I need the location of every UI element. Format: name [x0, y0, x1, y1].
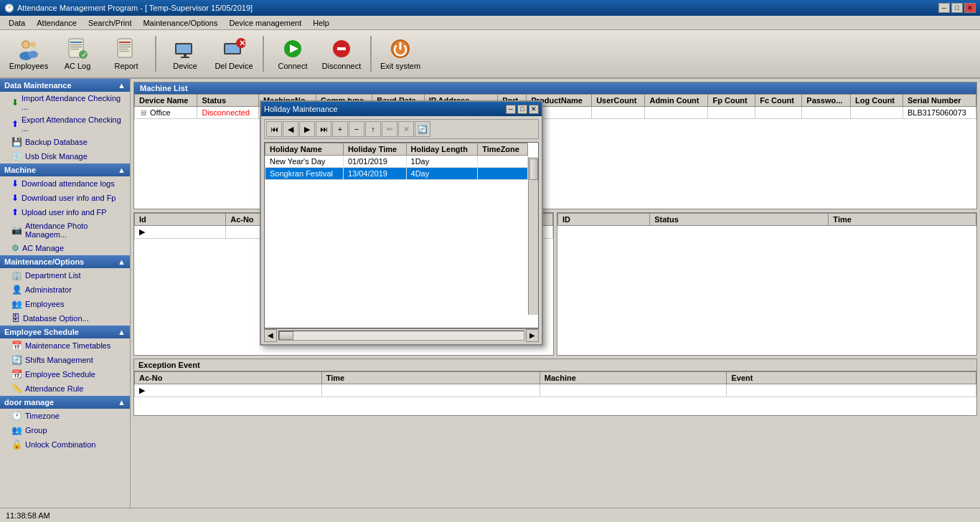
sidebar-item-department[interactable]: 🏢 Department List [0, 268, 130, 283]
sidebar-item-download-logs[interactable]: ⬇ Download attendance logs [0, 176, 130, 191]
usb-label: Usb Disk Manage [25, 152, 88, 161]
sidebar-item-timezone[interactable]: 🕐 Timezone [0, 409, 130, 423]
right-data-panel: ID Status Time [557, 212, 977, 356]
holiday-vscrollbar[interactable] [528, 157, 538, 315]
right-table-wrapper[interactable]: ID Status Time [557, 213, 976, 341]
sidebar-item-photo[interactable]: 📷 Attendance Photo Managem... [0, 219, 130, 241]
sidebar-item-database[interactable]: 🗄 Database Option... [0, 311, 130, 326]
del-device-button[interactable]: ✕ Del Device [211, 33, 257, 75]
title-bar-controls: ─ □ ✕ [938, 3, 976, 13]
exception-table-wrapper[interactable]: Ac-No Time Machine Event ▶ [134, 371, 976, 413]
sidebar-item-ac-manage[interactable]: ⚙ AC Manage [0, 241, 130, 255]
holiday-vscroll-thumb [529, 158, 538, 180]
cancel-edit-btn[interactable]: ✕ [398, 121, 414, 137]
refresh-btn[interactable]: 🔄 [415, 121, 430, 137]
upload-user-icon: ⬆ [11, 207, 19, 217]
holiday-col-name: Holiday Name [265, 143, 344, 156]
sidebar-item-employees[interactable]: 👥 Employees [0, 297, 130, 311]
exit-icon [389, 37, 412, 60]
holiday-row-songkran[interactable]: Songkran Festival 13/04/2019 4Day [265, 168, 528, 180]
sidebar-section-maintenance[interactable]: Maintenance/Options ▲ [0, 255, 130, 268]
delete-record-btn[interactable]: − [349, 121, 364, 137]
holiday-length-2: 4Day [406, 168, 478, 180]
move-up-btn[interactable]: ↑ [365, 121, 381, 137]
menu-data[interactable]: Data [3, 17, 31, 29]
holiday-col-time: Holiday Time [343, 143, 406, 156]
holiday-hscrollbar[interactable]: ◀ ▶ [264, 328, 539, 341]
menu-maintenance[interactable]: Maintenance/Options [137, 17, 223, 29]
device-label: Device [173, 62, 197, 70]
sidebar-item-unlock[interactable]: 🔓 Unlock Combination [0, 437, 130, 452]
edit-btn[interactable]: ✏ [382, 121, 397, 137]
menu-help[interactable]: Help [307, 17, 335, 29]
sidebar-item-administrator[interactable]: 👤 Administrator [0, 283, 130, 297]
sidebar-section-data-maintenance[interactable]: Data Maintenance ▲ [0, 79, 130, 92]
sidebar-item-import[interactable]: ⬇ Import Attendance Checking ... [0, 92, 130, 113]
hscroll-right-btn[interactable]: ▶ [526, 329, 539, 342]
sidebar-item-usb[interactable]: 💿 Usb Disk Manage [0, 149, 130, 163]
download-logs-icon: ⬇ [11, 179, 19, 189]
sidebar-section-door-manage[interactable]: door manage ▲ [0, 396, 130, 409]
nav-last-btn[interactable]: ⏭ [316, 121, 331, 137]
sidebar-item-attendance-rule[interactable]: 📏 Attendance Rule [0, 381, 130, 396]
photo-label: Attendance Photo Managem... [25, 222, 126, 239]
import-label: Import Attendance Checking ... [22, 94, 126, 111]
disconnect-button[interactable]: Disconnect [319, 33, 364, 75]
maximize-button[interactable]: □ [951, 3, 963, 13]
add-record-btn[interactable]: + [332, 121, 348, 137]
employees-sidebar-label: Employees [25, 300, 64, 308]
menu-search-print[interactable]: Search/Print [83, 17, 138, 29]
holiday-dialog-title-bar: Holiday Maintenance ─ □ ✕ [261, 102, 542, 116]
holiday-time-1: 01/01/2019 [343, 156, 406, 168]
device-button[interactable]: Device [162, 33, 208, 75]
holiday-timezone-2 [478, 168, 528, 180]
download-user-icon: ⬇ [11, 193, 19, 203]
holiday-close-btn[interactable]: ✕ [529, 105, 539, 114]
download-logs-label: Download attendance logs [22, 179, 115, 188]
menu-attendance[interactable]: Attendance [31, 17, 83, 29]
usb-icon: 💿 [11, 151, 22, 161]
svg-rect-7 [70, 44, 82, 45]
sidebar-section-employee-schedule[interactable]: Employee Schedule ▲ [0, 326, 130, 338]
menu-device-management[interactable]: Device management [223, 17, 307, 29]
svg-rect-12 [118, 39, 132, 57]
svg-text:✓: ✓ [81, 50, 88, 59]
sidebar-item-shifts[interactable]: 🔄 Shifts Management [0, 353, 130, 367]
minimize-button[interactable]: ─ [938, 3, 950, 13]
sidebar-item-upload-user[interactable]: ⬆ Upload user info and FP [0, 205, 130, 219]
door-manage-toggle: ▲ [118, 398, 126, 407]
attendance-rule-label: Attendance Rule [25, 384, 83, 393]
connect-button[interactable]: Connect [270, 33, 316, 75]
sidebar-item-download-user[interactable]: ⬇ Download user info and Fp [0, 191, 130, 205]
timetables-label: Maintenance Timetables [25, 341, 110, 350]
sidebar-item-employee-schedule[interactable]: 📆 Employee Schedule [0, 367, 130, 381]
sidebar-item-backup[interactable]: 💾 Backup Database [0, 135, 130, 149]
holiday-row-newyear[interactable]: New Year's Day 01/01/2019 1Day [265, 156, 528, 168]
nav-first-btn[interactable]: ⏮ [266, 121, 282, 137]
employee-schedule-label: Employee Schedule [25, 370, 95, 379]
hscroll-left-btn[interactable]: ◀ [264, 329, 277, 342]
svg-point-1 [23, 42, 29, 47]
status-time: 11:38:58 AM [6, 511, 50, 520]
report-button[interactable]: Report [103, 33, 149, 75]
sidebar-item-timetables[interactable]: 📅 Maintenance Timetables [0, 338, 130, 353]
report-icon [115, 37, 138, 60]
holiday-minimize-btn[interactable]: ─ [506, 105, 516, 114]
employees-button[interactable]: Employees [6, 33, 52, 75]
nav-prev-btn[interactable]: ◀ [283, 121, 298, 137]
nav-next-btn[interactable]: ▶ [299, 121, 315, 137]
sidebar-item-group[interactable]: 👥 Group [0, 423, 130, 437]
close-button[interactable]: ✕ [964, 3, 976, 13]
exit-button[interactable]: Exit system [377, 33, 423, 75]
ac-manage-label: AC Manage [22, 244, 64, 252]
maintenance-section-label: Maintenance/Options [4, 257, 84, 266]
ac-log-button[interactable]: ✓ AC Log [55, 33, 100, 75]
administrator-icon: 👤 [11, 285, 22, 295]
sidebar-section-machine[interactable]: Machine ▲ [0, 163, 130, 176]
toolbar-sep-2 [263, 36, 264, 72]
toolbar-sep-3 [370, 36, 372, 72]
sidebar-item-export[interactable]: ⬆ Export Attendance Checking ... [0, 113, 130, 135]
col-fp-count: Fp Count [708, 95, 755, 107]
holiday-maximize-btn[interactable]: □ [517, 105, 527, 114]
exception-new-row[interactable]: ▶ [135, 384, 976, 397]
